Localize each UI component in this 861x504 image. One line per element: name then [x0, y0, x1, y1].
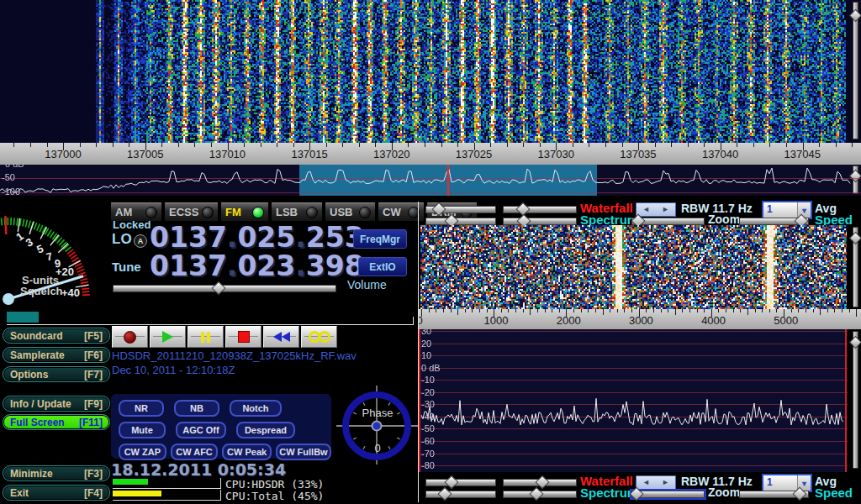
- slider-thumb[interactable]: [529, 487, 543, 501]
- phase-indicator: [336, 383, 419, 467]
- slider-thumb[interactable]: [445, 475, 459, 490]
- panel-divider-tick: [413, 317, 414, 325]
- af-frequency-scale[interactable]: 010002000300040005000: [419, 309, 861, 329]
- squelch-level-indicator[interactable]: [7, 312, 39, 323]
- spectrum-upper-slider-bottom[interactable]: [425, 488, 496, 499]
- spectrum-lower-slider-bottom[interactable]: [503, 488, 577, 499]
- slider-thumb[interactable]: [212, 281, 226, 296]
- slider-thumb[interactable]: [437, 487, 452, 501]
- scale-tick: [457, 143, 458, 147]
- slider-track[interactable]: [425, 479, 496, 486]
- stop-button[interactable]: [225, 326, 261, 348]
- waterfall-upper-slider[interactable]: [425, 203, 496, 214]
- cw-zap-button[interactable]: CW ZAP: [119, 444, 166, 460]
- slider-track[interactable]: [425, 491, 496, 498]
- zoom-label: Zoom: [708, 213, 740, 226]
- slider-thumb[interactable]: [630, 487, 644, 501]
- cw-fullbw-button[interactable]: CW FullBw: [276, 444, 331, 460]
- sidebar-exit-button[interactable]: Exit [F4]: [3, 485, 110, 501]
- slider-track[interactable]: [503, 218, 577, 225]
- waterfall-lower-slider[interactable]: [503, 203, 577, 214]
- notch-button[interactable]: Notch: [230, 400, 282, 417]
- volume-slider[interactable]: [113, 282, 336, 293]
- slider-thumb[interactable]: [849, 9, 861, 23]
- mode-button-usb[interactable]: USB: [325, 202, 376, 222]
- af-waterfall-display[interactable]: [420, 225, 847, 309]
- scale-tick: [490, 143, 491, 147]
- slider-track[interactable]: [425, 218, 496, 225]
- scale-tick: [523, 143, 524, 147]
- scale-tick: [769, 143, 770, 147]
- scale-tick: [552, 309, 552, 312]
- mode-button-ecss[interactable]: ECSS: [164, 202, 219, 222]
- slider-track[interactable]: [853, 2, 858, 139]
- spin-left-icon[interactable]: ◄: [642, 479, 650, 486]
- sidebar-options-button[interactable]: Options [F7]: [3, 366, 110, 382]
- extio-button[interactable]: ExtIO: [358, 257, 407, 276]
- mode-button-fm[interactable]: FM: [220, 202, 269, 222]
- loop-button[interactable]: [301, 326, 337, 348]
- zoom-slider-bottom[interactable]: [631, 488, 705, 499]
- play-button[interactable]: [150, 326, 186, 348]
- scale-tick: [704, 143, 705, 147]
- scale-tick: [375, 143, 376, 147]
- rf-waterfall-display[interactable]: [0, 0, 861, 143]
- waterfall-upper-slider-bottom[interactable]: [425, 476, 496, 487]
- spin-right-icon[interactable]: ►: [662, 479, 669, 486]
- slider-track[interactable]: [503, 206, 577, 213]
- spin-left-icon[interactable]: ◄: [642, 206, 650, 213]
- lo-auto-badge[interactable]: A: [134, 234, 147, 248]
- button-fkey: [F11]: [79, 417, 103, 428]
- mute-button[interactable]: Mute: [119, 422, 166, 438]
- slider-thumb[interactable]: [849, 336, 861, 349]
- freqmgr-button[interactable]: FreqMgr: [353, 229, 407, 249]
- spin-right-icon[interactable]: ►: [662, 206, 669, 213]
- scale-tick: [545, 309, 546, 312]
- cw-afc-button[interactable]: CW AFC: [171, 444, 219, 460]
- lo-frequency-display[interactable]: 0137.025.253: [150, 223, 364, 251]
- sidebar-fullscreen-button[interactable]: Full Screen [F11]: [3, 414, 110, 430]
- scale-tick: [537, 309, 538, 312]
- scale-tick: [697, 309, 698, 312]
- agc-off-button[interactable]: AGC Off: [176, 422, 226, 438]
- scale-tick: [791, 309, 792, 312]
- scale-tick: [530, 309, 531, 315]
- af-spectrum-display[interactable]: 3020100 dB-10-20-30-40-50-60-70-80: [419, 329, 848, 472]
- zoom-label-bottom: Zoom: [708, 486, 740, 499]
- af-spectrum-trace: [419, 329, 848, 472]
- rf-spectrum-display[interactable]: 0 dB -50 -100: [0, 165, 861, 196]
- slider-thumb[interactable]: [432, 202, 446, 217]
- rf-frequency-scale[interactable]: 1370001370051370101370151370201370251370…: [0, 143, 861, 165]
- record-button[interactable]: [112, 326, 148, 348]
- sidebar-minimize-button[interactable]: Minimize [F3]: [3, 465, 110, 481]
- cw-peak-button[interactable]: CW Peak: [222, 444, 272, 460]
- rf-waterfall-range-slider[interactable]: [850, 2, 860, 139]
- mode-button-lsb[interactable]: LSB: [271, 202, 323, 222]
- pause-button[interactable]: [188, 326, 224, 348]
- af-spectrum-range-slider[interactable]: [850, 331, 860, 469]
- af-scale-label: 3000: [629, 314, 653, 327]
- scale-tick: [523, 309, 524, 312]
- nr-button[interactable]: NR: [119, 400, 164, 417]
- slider-thumb[interactable]: [849, 231, 861, 244]
- scale-tick: [605, 143, 606, 147]
- scale-tick: [671, 143, 672, 147]
- af-waterfall-range-slider[interactable]: [850, 227, 860, 307]
- tune-frequency-display[interactable]: 0137.023.398: [150, 252, 364, 280]
- nb-button[interactable]: NB: [174, 400, 219, 417]
- waterfall-lower-slider-bottom[interactable]: [503, 476, 577, 487]
- despread-button[interactable]: Despread: [236, 422, 295, 438]
- speed-slider-bottom[interactable]: [739, 488, 809, 499]
- sidebar-info-update-button[interactable]: Info / Update [F9]: [3, 396, 110, 412]
- scale-tick: [573, 143, 573, 147]
- sidebar-soundcard-button[interactable]: Soundcard [F5]: [3, 328, 110, 344]
- scale-tick: [769, 309, 770, 312]
- slider-track[interactable]: [853, 331, 858, 469]
- scale-tick: [194, 143, 195, 147]
- sidebar-samplerate-button[interactable]: Samplerate [F6]: [3, 347, 110, 363]
- button-fkey: [F6]: [84, 349, 103, 361]
- slider-thumb[interactable]: [793, 487, 807, 501]
- rewind-button[interactable]: [263, 326, 299, 348]
- mode-led-icon: [252, 207, 264, 218]
- rf-scale-label: 137010: [209, 148, 246, 160]
